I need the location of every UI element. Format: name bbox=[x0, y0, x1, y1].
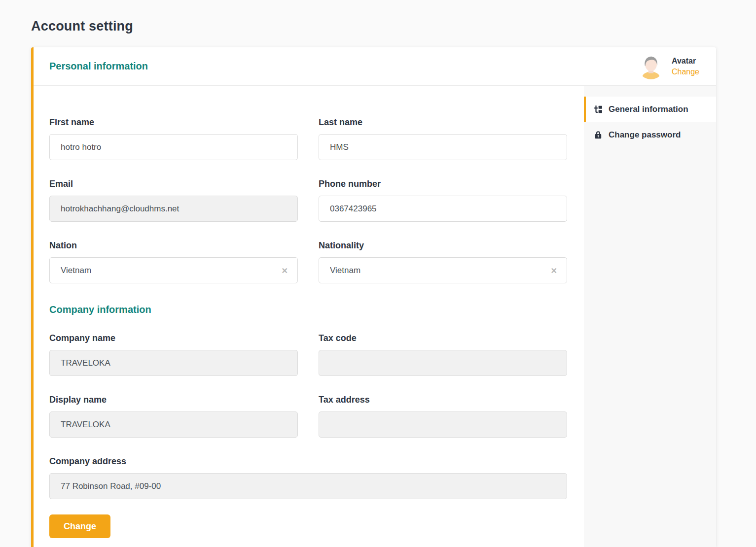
personal-information-heading: Personal information bbox=[49, 61, 148, 72]
display-name-field: Display name bbox=[49, 395, 298, 438]
company-name-field: Company name bbox=[49, 333, 298, 376]
avatar-change-link[interactable]: Change bbox=[672, 68, 699, 76]
email-input bbox=[49, 196, 298, 222]
display-name-input bbox=[49, 411, 298, 438]
first-name-field: First name bbox=[49, 117, 298, 160]
nation-label: Nation bbox=[49, 240, 298, 251]
tax-code-field: Tax code bbox=[319, 333, 567, 376]
nav-item-label: Change password bbox=[609, 130, 681, 140]
phone-number-field: Phone number bbox=[319, 179, 567, 222]
tax-address-label: Tax address bbox=[319, 395, 567, 405]
company-name-label: Company name bbox=[49, 333, 298, 343]
page-title: Account setting bbox=[31, 19, 133, 34]
nationality-clear-icon[interactable]: ✕ bbox=[551, 267, 557, 275]
nation-clear-icon[interactable]: ✕ bbox=[282, 267, 288, 275]
tax-code-input bbox=[319, 350, 567, 376]
account-settings-card: Personal information Avatar Change bbox=[31, 47, 716, 547]
company-address-field: Company address bbox=[49, 456, 567, 499]
email-label: Email bbox=[49, 179, 298, 189]
nation-input[interactable] bbox=[49, 257, 298, 283]
lock-icon bbox=[594, 131, 603, 139]
company-name-input bbox=[49, 350, 298, 376]
tax-code-label: Tax code bbox=[319, 333, 567, 343]
card-body: First name Last name Email Phone number … bbox=[34, 86, 716, 547]
nationality-label: Nationality bbox=[319, 240, 567, 251]
nav-item-general-information[interactable]: General information bbox=[584, 97, 716, 122]
avatar-block: Avatar Change bbox=[638, 54, 699, 79]
nav-item-label: General information bbox=[609, 104, 688, 114]
company-address-input bbox=[49, 473, 567, 499]
first-name-input[interactable] bbox=[49, 134, 298, 160]
avatar-label: Avatar bbox=[672, 57, 699, 66]
settings-side-nav: General information Change password bbox=[584, 86, 716, 547]
avatar bbox=[638, 54, 664, 79]
display-name-label: Display name bbox=[49, 395, 298, 405]
email-field: Email bbox=[49, 179, 298, 222]
tax-address-field: Tax address bbox=[319, 395, 567, 438]
company-information-heading: Company information bbox=[49, 304, 567, 315]
avatar-texts: Avatar Change bbox=[672, 57, 699, 76]
person-avatar-icon bbox=[638, 54, 664, 79]
last-name-label: Last name bbox=[319, 117, 567, 128]
personal-info-form: First name Last name Email Phone number … bbox=[34, 86, 584, 547]
first-name-label: First name bbox=[49, 117, 298, 128]
last-name-input[interactable] bbox=[319, 134, 567, 160]
nationality-input[interactable] bbox=[319, 257, 567, 283]
tax-address-input bbox=[319, 411, 567, 438]
last-name-field: Last name bbox=[319, 117, 567, 160]
phone-number-input[interactable] bbox=[319, 196, 567, 222]
card-header: Personal information Avatar Change bbox=[34, 47, 716, 86]
tree-structure-icon bbox=[594, 105, 603, 114]
company-address-label: Company address bbox=[49, 456, 567, 467]
nav-item-change-password[interactable]: Change password bbox=[584, 122, 716, 148]
change-submit-button[interactable]: Change bbox=[49, 514, 110, 538]
phone-number-label: Phone number bbox=[319, 179, 567, 189]
nation-field: Nation ✕ bbox=[49, 240, 298, 283]
nationality-field: Nationality ✕ bbox=[319, 240, 567, 283]
